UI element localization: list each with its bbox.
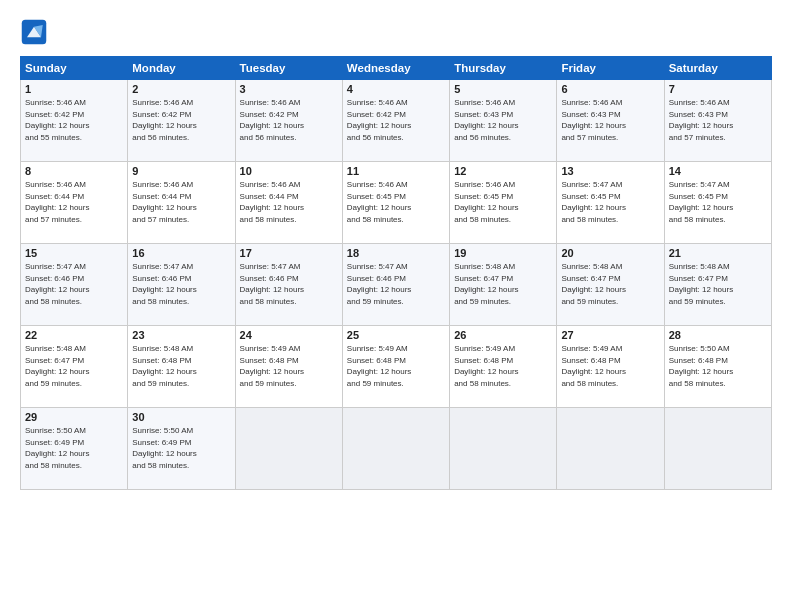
- day-number: 16: [132, 247, 230, 259]
- day-info: Sunrise: 5:47 AMSunset: 6:46 PMDaylight:…: [25, 261, 123, 307]
- calendar-week-row: 29Sunrise: 5:50 AMSunset: 6:49 PMDayligh…: [21, 408, 772, 490]
- calendar-table: SundayMondayTuesdayWednesdayThursdayFrid…: [20, 56, 772, 490]
- day-number: 18: [347, 247, 445, 259]
- calendar-week-row: 22Sunrise: 5:48 AMSunset: 6:47 PMDayligh…: [21, 326, 772, 408]
- calendar-day-cell: 3Sunrise: 5:46 AMSunset: 6:42 PMDaylight…: [235, 80, 342, 162]
- calendar-day-cell: 18Sunrise: 5:47 AMSunset: 6:46 PMDayligh…: [342, 244, 449, 326]
- day-info: Sunrise: 5:48 AMSunset: 6:47 PMDaylight:…: [25, 343, 123, 389]
- day-number: 22: [25, 329, 123, 341]
- calendar-day-cell: 14Sunrise: 5:47 AMSunset: 6:45 PMDayligh…: [664, 162, 771, 244]
- day-info: Sunrise: 5:46 AMSunset: 6:42 PMDaylight:…: [347, 97, 445, 143]
- day-info: Sunrise: 5:46 AMSunset: 6:43 PMDaylight:…: [561, 97, 659, 143]
- day-info: Sunrise: 5:46 AMSunset: 6:44 PMDaylight:…: [132, 179, 230, 225]
- day-number: 21: [669, 247, 767, 259]
- calendar-day-cell: 12Sunrise: 5:46 AMSunset: 6:45 PMDayligh…: [450, 162, 557, 244]
- header: [20, 18, 772, 46]
- calendar-day-cell: [450, 408, 557, 490]
- calendar-day-cell: [235, 408, 342, 490]
- calendar-day-cell: 8Sunrise: 5:46 AMSunset: 6:44 PMDaylight…: [21, 162, 128, 244]
- day-number: 30: [132, 411, 230, 423]
- day-number: 1: [25, 83, 123, 95]
- day-number: 13: [561, 165, 659, 177]
- day-number: 28: [669, 329, 767, 341]
- day-info: Sunrise: 5:46 AMSunset: 6:44 PMDaylight:…: [25, 179, 123, 225]
- day-info: Sunrise: 5:49 AMSunset: 6:48 PMDaylight:…: [347, 343, 445, 389]
- day-info: Sunrise: 5:46 AMSunset: 6:44 PMDaylight:…: [240, 179, 338, 225]
- day-number: 6: [561, 83, 659, 95]
- day-number: 19: [454, 247, 552, 259]
- calendar-week-row: 1Sunrise: 5:46 AMSunset: 6:42 PMDaylight…: [21, 80, 772, 162]
- day-number: 8: [25, 165, 123, 177]
- day-number: 25: [347, 329, 445, 341]
- calendar-day-cell: 7Sunrise: 5:46 AMSunset: 6:43 PMDaylight…: [664, 80, 771, 162]
- calendar-day-cell: 10Sunrise: 5:46 AMSunset: 6:44 PMDayligh…: [235, 162, 342, 244]
- day-info: Sunrise: 5:48 AMSunset: 6:47 PMDaylight:…: [454, 261, 552, 307]
- calendar-day-cell: 6Sunrise: 5:46 AMSunset: 6:43 PMDaylight…: [557, 80, 664, 162]
- day-number: 15: [25, 247, 123, 259]
- calendar-day-cell: 20Sunrise: 5:48 AMSunset: 6:47 PMDayligh…: [557, 244, 664, 326]
- calendar-day-cell: 21Sunrise: 5:48 AMSunset: 6:47 PMDayligh…: [664, 244, 771, 326]
- calendar-day-cell: 29Sunrise: 5:50 AMSunset: 6:49 PMDayligh…: [21, 408, 128, 490]
- day-info: Sunrise: 5:46 AMSunset: 6:45 PMDaylight:…: [347, 179, 445, 225]
- calendar-day-cell: 30Sunrise: 5:50 AMSunset: 6:49 PMDayligh…: [128, 408, 235, 490]
- day-number: 27: [561, 329, 659, 341]
- day-number: 12: [454, 165, 552, 177]
- day-number: 3: [240, 83, 338, 95]
- calendar-day-cell: 24Sunrise: 5:49 AMSunset: 6:48 PMDayligh…: [235, 326, 342, 408]
- day-info: Sunrise: 5:46 AMSunset: 6:42 PMDaylight:…: [240, 97, 338, 143]
- calendar-day-cell: 11Sunrise: 5:46 AMSunset: 6:45 PMDayligh…: [342, 162, 449, 244]
- day-info: Sunrise: 5:46 AMSunset: 6:42 PMDaylight:…: [25, 97, 123, 143]
- day-number: 9: [132, 165, 230, 177]
- calendar-day-cell: 27Sunrise: 5:49 AMSunset: 6:48 PMDayligh…: [557, 326, 664, 408]
- day-info: Sunrise: 5:48 AMSunset: 6:47 PMDaylight:…: [669, 261, 767, 307]
- calendar-day-cell: [557, 408, 664, 490]
- calendar-day-cell: 9Sunrise: 5:46 AMSunset: 6:44 PMDaylight…: [128, 162, 235, 244]
- day-number: 17: [240, 247, 338, 259]
- day-number: 14: [669, 165, 767, 177]
- calendar-week-row: 15Sunrise: 5:47 AMSunset: 6:46 PMDayligh…: [21, 244, 772, 326]
- day-number: 26: [454, 329, 552, 341]
- day-number: 10: [240, 165, 338, 177]
- day-info: Sunrise: 5:47 AMSunset: 6:46 PMDaylight:…: [347, 261, 445, 307]
- calendar-weekday: Tuesday: [235, 57, 342, 80]
- calendar-day-cell: 19Sunrise: 5:48 AMSunset: 6:47 PMDayligh…: [450, 244, 557, 326]
- day-info: Sunrise: 5:50 AMSunset: 6:49 PMDaylight:…: [25, 425, 123, 471]
- calendar-day-cell: 13Sunrise: 5:47 AMSunset: 6:45 PMDayligh…: [557, 162, 664, 244]
- calendar-day-cell: 1Sunrise: 5:46 AMSunset: 6:42 PMDaylight…: [21, 80, 128, 162]
- day-info: Sunrise: 5:49 AMSunset: 6:48 PMDaylight:…: [240, 343, 338, 389]
- day-number: 20: [561, 247, 659, 259]
- day-number: 5: [454, 83, 552, 95]
- calendar-day-cell: 23Sunrise: 5:48 AMSunset: 6:48 PMDayligh…: [128, 326, 235, 408]
- calendar-weekday: Wednesday: [342, 57, 449, 80]
- day-number: 29: [25, 411, 123, 423]
- day-info: Sunrise: 5:48 AMSunset: 6:47 PMDaylight:…: [561, 261, 659, 307]
- calendar-weekday: Saturday: [664, 57, 771, 80]
- calendar-weekday: Monday: [128, 57, 235, 80]
- day-info: Sunrise: 5:46 AMSunset: 6:42 PMDaylight:…: [132, 97, 230, 143]
- day-number: 4: [347, 83, 445, 95]
- day-info: Sunrise: 5:48 AMSunset: 6:48 PMDaylight:…: [132, 343, 230, 389]
- calendar-weekday: Sunday: [21, 57, 128, 80]
- day-info: Sunrise: 5:46 AMSunset: 6:43 PMDaylight:…: [454, 97, 552, 143]
- page: SundayMondayTuesdayWednesdayThursdayFrid…: [0, 0, 792, 612]
- day-info: Sunrise: 5:47 AMSunset: 6:46 PMDaylight:…: [240, 261, 338, 307]
- day-number: 24: [240, 329, 338, 341]
- day-number: 2: [132, 83, 230, 95]
- calendar-day-cell: [664, 408, 771, 490]
- logo: [20, 18, 52, 46]
- calendar-day-cell: 5Sunrise: 5:46 AMSunset: 6:43 PMDaylight…: [450, 80, 557, 162]
- calendar-day-cell: 15Sunrise: 5:47 AMSunset: 6:46 PMDayligh…: [21, 244, 128, 326]
- calendar-day-cell: 22Sunrise: 5:48 AMSunset: 6:47 PMDayligh…: [21, 326, 128, 408]
- calendar-day-cell: 17Sunrise: 5:47 AMSunset: 6:46 PMDayligh…: [235, 244, 342, 326]
- calendar-body: 1Sunrise: 5:46 AMSunset: 6:42 PMDaylight…: [21, 80, 772, 490]
- calendar-day-cell: 25Sunrise: 5:49 AMSunset: 6:48 PMDayligh…: [342, 326, 449, 408]
- day-info: Sunrise: 5:47 AMSunset: 6:45 PMDaylight:…: [669, 179, 767, 225]
- day-info: Sunrise: 5:47 AMSunset: 6:45 PMDaylight:…: [561, 179, 659, 225]
- calendar-weekday: Thursday: [450, 57, 557, 80]
- day-info: Sunrise: 5:49 AMSunset: 6:48 PMDaylight:…: [561, 343, 659, 389]
- logo-icon: [20, 18, 48, 46]
- calendar-weekday: Friday: [557, 57, 664, 80]
- calendar-header-row: SundayMondayTuesdayWednesdayThursdayFrid…: [21, 57, 772, 80]
- day-number: 7: [669, 83, 767, 95]
- day-number: 23: [132, 329, 230, 341]
